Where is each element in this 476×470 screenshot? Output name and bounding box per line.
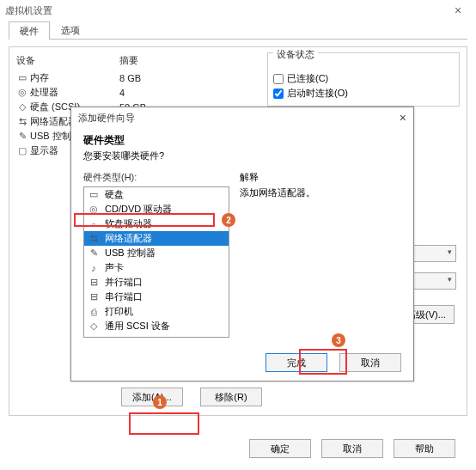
wizard-subheading: 您要安装哪类硬件?: [83, 150, 164, 161]
description-text: 添加网络适配器。: [240, 186, 401, 199]
hw-item-label: 串行端口: [105, 290, 143, 303]
hw-item-label: USB 控制器: [105, 247, 156, 259]
status-title: 设备状态: [273, 48, 318, 61]
hw-item-icon: ◇: [88, 320, 100, 332]
hw-item-icon: ⊟: [88, 277, 100, 288]
hw-item[interactable]: ▭硬盘: [84, 187, 229, 202]
add-button[interactable]: 添加(A)...: [121, 388, 183, 406]
hw-item-icon: ◎: [88, 204, 100, 215]
hw-item[interactable]: ◎CD/DVD 驱动器: [84, 202, 229, 217]
hw-item-icon: ⎙: [88, 307, 100, 317]
connected-checkbox[interactable]: 已连接(C): [273, 71, 454, 86]
finish-button[interactable]: 完成: [265, 353, 327, 372]
hw-item[interactable]: ▫软盘驱动器: [84, 217, 229, 231]
callout-badge-1: 1: [153, 395, 167, 409]
hw-item-icon: ⊟: [88, 291, 100, 302]
tab-options[interactable]: 选项: [50, 21, 91, 39]
hw-item-label: 打印机: [105, 305, 133, 318]
wizard-heading: 硬件类型: [83, 133, 401, 148]
hw-item[interactable]: ⎙打印机: [84, 304, 229, 319]
hw-item-icon: ✎: [88, 247, 100, 259]
close-icon[interactable]: ×: [445, 3, 471, 17]
hw-type-list[interactable]: ▭硬盘◎CD/DVD 驱动器▫软盘驱动器⇆网络适配器✎USB 控制器♪声卡⊟并行…: [83, 186, 229, 338]
hw-item-icon: ▭: [88, 189, 100, 200]
hw-item[interactable]: ♪声卡: [84, 260, 229, 275]
hw-item[interactable]: ✎USB 控制器: [84, 246, 229, 260]
hw-item-label: CD/DVD 驱动器: [105, 203, 172, 216]
hw-type-label: 硬件类型(H):: [83, 171, 229, 184]
device-icon: ▭: [16, 72, 28, 83]
window-title: 虚拟机设置: [5, 4, 52, 17]
remove-button[interactable]: 移除(R): [200, 388, 262, 406]
wizard-cancel-button[interactable]: 取消: [339, 353, 401, 372]
device-name: 显示器: [30, 145, 58, 156]
wizard-close-icon[interactable]: ×: [400, 111, 406, 125]
hw-item[interactable]: ◇通用 SCSI 设备: [84, 319, 229, 333]
hw-item[interactable]: ⊟串行端口: [84, 290, 229, 304]
hw-item-label: 网络适配器: [105, 232, 152, 245]
device-name: 内存: [30, 72, 49, 82]
callout-badge-2: 2: [222, 213, 235, 227]
col-device: 设备: [16, 54, 119, 67]
callout-badge-3: 3: [332, 333, 345, 347]
device-icon: ✎: [16, 131, 28, 142]
hw-item-icon: ▫: [88, 219, 100, 229]
device-name: 处理器: [30, 87, 58, 97]
hw-item-label: 软盘驱动器: [105, 217, 152, 230]
ok-button[interactable]: 确定: [249, 439, 311, 458]
help-button[interactable]: 帮助: [394, 439, 455, 458]
hw-item[interactable]: ⇆网络适配器: [84, 231, 229, 246]
device-icon: ▢: [16, 145, 28, 156]
hw-item-icon: ⇆: [88, 233, 100, 244]
device-icon: ◇: [16, 101, 28, 113]
device-status-group: 设备状态 已连接(C) 启动时连接(O): [267, 52, 460, 107]
add-hardware-wizard: 添加硬件向导 × 硬件类型 您要安装哪类硬件? 硬件类型(H): ▭硬盘◎CD/…: [70, 107, 414, 381]
device-icon: ⇆: [16, 116, 28, 127]
hw-item-icon: ♪: [88, 263, 100, 273]
hw-item-label: 声卡: [105, 261, 124, 274]
hw-item[interactable]: ⊟并行端口: [84, 275, 229, 290]
wizard-title: 添加硬件向导: [78, 112, 135, 125]
connect-on-start-checkbox[interactable]: 启动时连接(O): [273, 86, 454, 101]
cancel-button[interactable]: 取消: [321, 439, 383, 458]
tab-hardware[interactable]: 硬件: [9, 21, 50, 40]
hw-item-label: 通用 SCSI 设备: [105, 320, 170, 333]
hw-item-label: 并行端口: [105, 276, 143, 289]
description-label: 解释: [240, 171, 401, 184]
hw-item-label: 硬盘: [105, 188, 124, 201]
device-icon: ◎: [16, 87, 28, 98]
